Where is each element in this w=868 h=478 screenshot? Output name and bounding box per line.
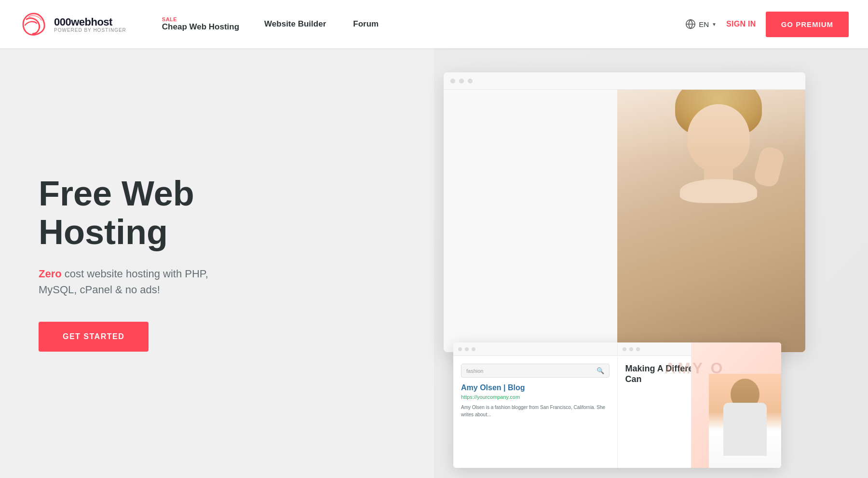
browser-bar-main xyxy=(444,72,805,90)
nav-links: SALE Cheap Web Hosting Website Builder F… xyxy=(150,16,685,32)
lang-code: EN xyxy=(699,20,709,28)
navbar: 000webhost POWERED BY HOSTINGER SALE Che… xyxy=(0,0,868,48)
woman-image-large xyxy=(617,90,805,352)
hero-section: Free Web Hosting Zero cost website hosti… xyxy=(0,48,868,478)
nav-sale-label: SALE xyxy=(162,16,239,22)
hero-subtitle: Zero cost website hosting with PHP, MySQ… xyxy=(39,266,241,298)
blog-content: fashion 🔍 Amy Olsen | Blog https://yourc… xyxy=(453,356,617,426)
search-icon: 🔍 xyxy=(597,367,604,374)
browser-dot-s2 xyxy=(465,347,469,351)
blog-title: Amy Olsen | Blog xyxy=(461,383,610,392)
nav-cheap-hosting-label: Cheap Web Hosting xyxy=(162,22,239,32)
nav-item-website-builder[interactable]: Website Builder xyxy=(251,19,339,29)
blog-desc: Amy Olsen is a fashion blogger from San … xyxy=(461,404,610,418)
browser-dot-2 xyxy=(459,79,464,83)
blog-search-bar: fashion 🔍 xyxy=(461,364,610,378)
browser-small-right: Making A Difference In Any Way I Can AMY… xyxy=(618,342,782,468)
hero-subtitle-highlight: Zero xyxy=(39,268,62,280)
hero-content: Free Web Hosting Zero cost website hosti… xyxy=(0,136,289,390)
nav-item-forum[interactable]: Forum xyxy=(339,19,392,29)
browser-dot-r2 xyxy=(629,347,633,351)
browser-small-bar xyxy=(453,342,617,356)
globe-icon xyxy=(685,19,696,29)
logo-link[interactable]: 000webhost POWERED BY HOSTINGER xyxy=(19,10,126,39)
hero-subtitle-rest: cost website hosting with PHP, MySQL, cP… xyxy=(39,268,208,296)
blog-search-text: fashion xyxy=(466,368,593,374)
browser-window-small: fashion 🔍 Amy Olsen | Blog https://yourc… xyxy=(453,342,781,468)
nav-right: EN ▼ SIGN IN GO PREMIUM xyxy=(685,12,849,37)
logo-icon xyxy=(19,10,48,39)
logo-powered: POWERED BY HOSTINGER xyxy=(54,27,126,33)
browser-dot-r1 xyxy=(623,347,626,351)
browser-dot-s3 xyxy=(472,347,475,351)
logo-name: 000webhost xyxy=(54,16,126,28)
sign-in-button[interactable]: SIGN IN xyxy=(726,20,756,28)
chevron-down-icon: ▼ xyxy=(712,22,717,27)
lang-selector[interactable]: EN ▼ xyxy=(685,19,717,29)
browser-dot-r3 xyxy=(636,347,640,351)
go-premium-button[interactable]: GO PREMIUM xyxy=(766,12,849,37)
logo-text: 000webhost POWERED BY HOSTINGER xyxy=(54,16,126,33)
browser-dot-s1 xyxy=(458,347,462,351)
browser-small-left: fashion 🔍 Amy Olsen | Blog https://yourc… xyxy=(453,342,618,468)
browser-body-main xyxy=(444,90,805,352)
get-started-button[interactable]: GET STARTED xyxy=(39,322,149,352)
browser-window-main xyxy=(444,72,805,352)
browser-dot-3 xyxy=(468,79,473,83)
browser-mockup-area: fashion 🔍 Amy Olsen | Blog https://yourc… xyxy=(444,72,868,478)
nav-item-cheap-hosting[interactable]: SALE Cheap Web Hosting xyxy=(150,16,251,32)
hero-title: Free Web Hosting xyxy=(39,175,251,251)
blog-url: https://yourcompany.com xyxy=(461,394,610,400)
browser-dot-1 xyxy=(450,79,455,83)
